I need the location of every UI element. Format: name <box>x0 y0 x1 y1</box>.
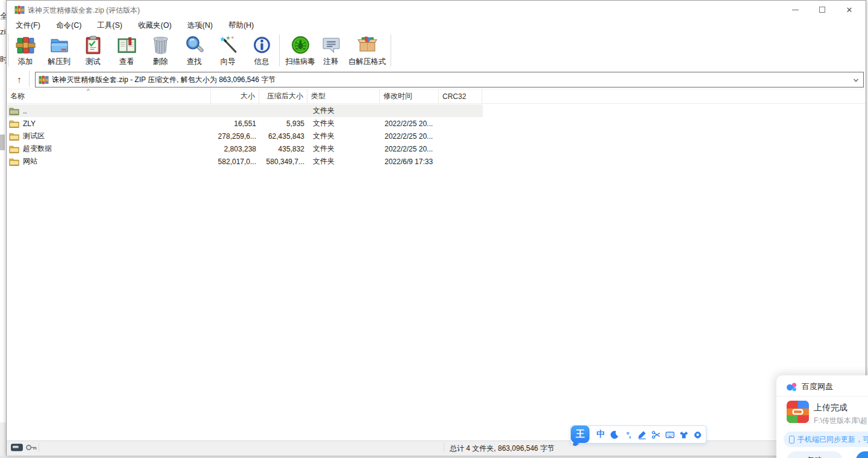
disk-drive-icon[interactable] <box>11 444 23 451</box>
menu-tools[interactable]: 工具(S) <box>89 19 130 32</box>
column-header-crc32[interactable]: CRC32 <box>439 89 482 103</box>
close-icon: ✕ <box>846 6 853 14</box>
test-button[interactable]: 测试 <box>76 32 110 69</box>
addressbar-gripper[interactable] <box>29 71 30 86</box>
toolbar-label: 信息 <box>254 57 269 67</box>
comment-button[interactable]: 注释 <box>318 32 344 69</box>
chevron-down-icon[interactable] <box>852 77 860 84</box>
delete-button[interactable]: 删除 <box>143 32 177 69</box>
ime-handwriting-button[interactable] <box>635 427 649 442</box>
column-header-size[interactable]: 大小 <box>211 89 259 103</box>
table-row[interactable]: 网站 582,017,0... 580,349,7... 文件夹 2022/6/… <box>7 155 483 168</box>
ime-settings-button[interactable] <box>691 427 705 442</box>
scan-virus-button[interactable]: 扫描病毒 <box>283 32 318 69</box>
window-title: 诛神灭世精修版全套.zip (评估版本) <box>28 5 140 16</box>
add-button[interactable]: 添加 <box>8 32 42 69</box>
view-button-primary[interactable] <box>856 451 868 458</box>
ime-logo-badge[interactable]: 王 <box>571 425 590 443</box>
file-modified: 2022/2/25 20... <box>380 132 439 141</box>
ime-screenshot-button[interactable] <box>649 427 663 442</box>
column-header-row: 名称 ^ 大小 压缩后大小 类型 修改时间 CRC32 <box>7 89 866 104</box>
view-button[interactable]: 查看 <box>110 32 143 69</box>
file-name: .. <box>23 107 27 115</box>
address-row: ↑ 诛神灭世精修版全套.zip - ZIP 压缩文件, 解包大小为 863,09… <box>7 69 866 89</box>
maximize-button[interactable] <box>813 1 831 19</box>
file-name: 超变数据 <box>23 144 52 154</box>
view-book-icon <box>117 35 137 55</box>
file-packed-size: 435,832 <box>260 145 308 153</box>
minimize-button[interactable] <box>786 1 804 19</box>
column-header-modified[interactable]: 修改时间 <box>380 89 439 103</box>
statusbar-separator <box>39 443 39 452</box>
winrar-file-icon <box>39 75 49 84</box>
file-size: 278,259,6... <box>212 132 260 141</box>
winrar-app-icon <box>14 5 25 14</box>
menu-help[interactable]: 帮助(H) <box>221 19 262 32</box>
ime-skin-button[interactable] <box>677 427 691 442</box>
archive-path-combobox[interactable]: 诛神灭世精修版全套.zip - ZIP 压缩文件, 解包大小为 863,096,… <box>35 72 864 87</box>
table-row[interactable]: ZLY 16,551 5,935 文件夹 2022/2/25 20... <box>7 117 483 130</box>
column-label: 大小 <box>241 91 255 101</box>
table-row[interactable]: 超变数据 2,803,238 435,832 文件夹 2022/2/25 20.… <box>7 142 483 155</box>
column-header-type[interactable]: 类型 <box>307 89 380 103</box>
menu-favorites[interactable]: 收藏夹(O) <box>130 19 180 32</box>
ignore-button[interactable]: 忽略 <box>787 451 843 458</box>
file-size: 16,551 <box>212 119 260 128</box>
toolbar-separator <box>279 34 280 66</box>
file-type: 文件夹 <box>308 144 380 154</box>
file-size: 582,017,0... <box>212 157 260 166</box>
winrar-window: 诛神灭世精修版全套.zip (评估版本) ✕ 文件(F) 命令(C) 工具(S)… <box>6 0 866 456</box>
menu-file[interactable]: 文件(F) <box>8 19 48 32</box>
ime-punctuation-toggle[interactable]: °, <box>621 427 635 442</box>
ime-lang-icon: 中 <box>597 429 605 440</box>
maximize-icon <box>819 7 825 13</box>
background-window-sliver: 全 zi 时 <box>0 0 6 458</box>
trash-icon <box>151 35 171 55</box>
file-list: .. 文件夹 ZLY 16,551 5,935 文件夹 2022/2/25 20… <box>7 104 866 440</box>
folder-icon <box>9 157 19 166</box>
netdisk-app-name: 百度网盘 <box>802 381 833 392</box>
toolbar-separator <box>391 34 391 66</box>
ime-punct-icon: °, <box>626 430 631 439</box>
file-packed-size: 580,349,7... <box>260 157 308 166</box>
ime-language-toggle[interactable]: 中 <box>594 427 608 442</box>
shirt-icon <box>679 430 688 439</box>
ime-virtual-keyboard-button[interactable] <box>663 427 677 442</box>
menu-options[interactable]: 选项(N) <box>180 19 221 32</box>
file-type: 文件夹 <box>308 106 380 116</box>
scissors-icon <box>652 430 661 439</box>
extract-to-button[interactable]: 解压到 <box>42 32 76 69</box>
ignore-button-label: 忽略 <box>807 455 823 458</box>
menu-commands[interactable]: 命令(C) <box>48 19 89 32</box>
desktop-strip <box>0 456 868 458</box>
folder-icon <box>9 119 19 128</box>
close-button[interactable]: ✕ <box>840 1 858 19</box>
toolbar-label: 测试 <box>86 57 101 67</box>
column-label: 修改时间 <box>383 91 412 101</box>
column-header-name[interactable]: 名称 ^ <box>7 89 211 103</box>
info-button[interactable]: 信息 <box>245 32 278 69</box>
find-button[interactable]: 查找 <box>177 32 211 69</box>
key-icon[interactable] <box>25 444 37 451</box>
sfx-button[interactable]: 自解压格式 <box>344 32 390 69</box>
file-name: 测试区 <box>23 131 45 141</box>
toolbar-label: 删除 <box>153 57 168 67</box>
status-bar: 总计 4 文件夹, 863,096,546 字节 <box>7 441 866 456</box>
wizard-button[interactable]: 向导 <box>211 32 245 69</box>
column-label: 压缩后大小 <box>267 91 303 101</box>
table-row-parent-dir[interactable]: .. 文件夹 <box>7 104 483 117</box>
file-type: 文件夹 <box>308 118 380 129</box>
toolbar-label: 扫描病毒 <box>285 57 315 67</box>
up-directory-button[interactable]: ↑ <box>12 72 27 86</box>
uploaded-archive-icon <box>787 401 809 423</box>
file-type: 文件夹 <box>308 156 380 167</box>
popup-divider <box>776 396 868 396</box>
archive-description: 诛神灭世精修版全套.zip - ZIP 压缩文件, 解包大小为 863,096,… <box>52 75 275 85</box>
up-arrow-icon: ↑ <box>17 74 22 84</box>
table-row[interactable]: 测试区 278,259,6... 62,435,843 文件夹 2022/2/2… <box>7 130 483 142</box>
column-header-packed[interactable]: 压缩后大小 <box>259 89 307 103</box>
file-modified: 2022/2/25 20... <box>380 119 439 128</box>
moon-icon <box>610 430 619 439</box>
ime-fullhalf-toggle[interactable] <box>608 427 621 442</box>
comment-bubble-icon <box>321 35 341 55</box>
